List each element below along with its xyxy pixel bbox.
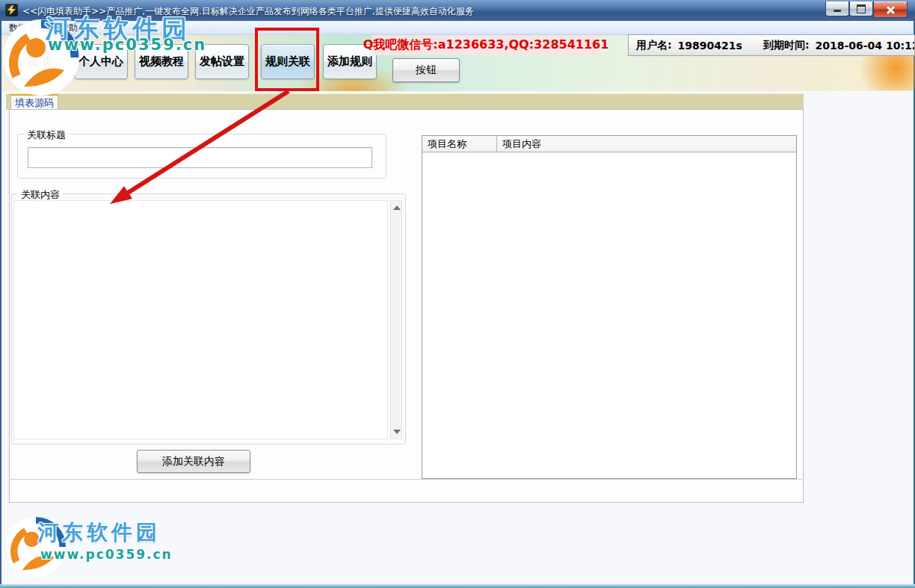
maximize-icon [857,4,866,13]
panel-divider [10,479,802,480]
items-listview: 项目名称 项目内容 [422,135,797,479]
expiry-label: 到期时间: [763,39,810,52]
title-bar: <<闪电填表助手>>产品推广,一键发布全网.目标解决企业产品发布到网络各类平台推… [0,0,915,21]
add-assoc-content-button[interactable]: 添加关联内容 [137,450,250,473]
menu-item-help[interactable]: 帮助 [52,21,85,34]
expiry-value: 2018-06-04 10:12: [815,40,915,52]
menu-item-data-management[interactable]: 数据管理 [1,21,52,34]
tab-form-source[interactable]: 填表源码 [10,94,58,110]
scroll-down-icon[interactable] [393,430,401,434]
assoc-title-input[interactable] [28,147,372,168]
minimize-button[interactable] [825,1,849,16]
close-button[interactable] [873,1,908,18]
assoc-content-group: 关联内容 [11,194,406,445]
window-title: <<闪电填表助手>>产品推广,一键发布全网.目标解决企业产品发布到网络各类平台推… [22,5,474,18]
username-label: 用户名: [636,39,672,52]
vertical-scrollbar[interactable] [390,200,402,439]
app-window: <<闪电填表助手>>产品推广,一键发布全网.目标解决企业产品发布到网络各类平台推… [0,0,915,588]
menu-bar: 数据管理 帮助 [1,21,914,35]
toolbar-button-rule-association[interactable]: 规则关联 [261,44,315,79]
toolbar-button-posting[interactable]: 发帖设置 [195,44,249,79]
tab-strip: 填表源码 [6,93,804,110]
column-item-name[interactable]: 项目名称 [422,136,497,152]
toolbar-button-home[interactable]: 首 页 [13,44,67,79]
app-lightning-icon [5,4,18,16]
window-bottom-edge [0,584,915,588]
header-banner: 首 页 个人中心 视频教程 发帖设置 规则关联 添加规则 Q我吧微信号:a123… [1,35,914,91]
assoc-content-textarea[interactable] [13,200,388,439]
assoc-title-group: 关联标题 [17,134,386,179]
scroll-up-icon[interactable] [393,205,401,210]
toolbar-button-video[interactable]: 视频教程 [135,44,188,79]
maximize-button[interactable] [849,1,873,16]
minimize-icon [834,10,841,12]
client-area: 填表源码 关联标题 关联内容 添加关联内容 项目名称 项目内容 [1,91,914,585]
username-value: 19890421s [678,40,742,52]
generic-button[interactable]: 按钮 [392,58,460,82]
assoc-title-label: 关联标题 [24,129,69,142]
toolbar-button-account[interactable]: 个人中心 [74,44,128,79]
qq-contact-notice: Q我吧微信号:a1236633,QQ:328541161 [372,35,600,55]
listview-header: 项目名称 项目内容 [422,136,796,152]
close-icon [886,5,895,14]
column-item-content[interactable]: 项目内容 [497,136,796,152]
user-info-strip: 用户名: 19890421s 到期时间: 2018-06-04 10:12: [628,34,915,56]
main-panel: 关联标题 关联内容 添加关联内容 项目名称 项目内容 [9,109,804,503]
